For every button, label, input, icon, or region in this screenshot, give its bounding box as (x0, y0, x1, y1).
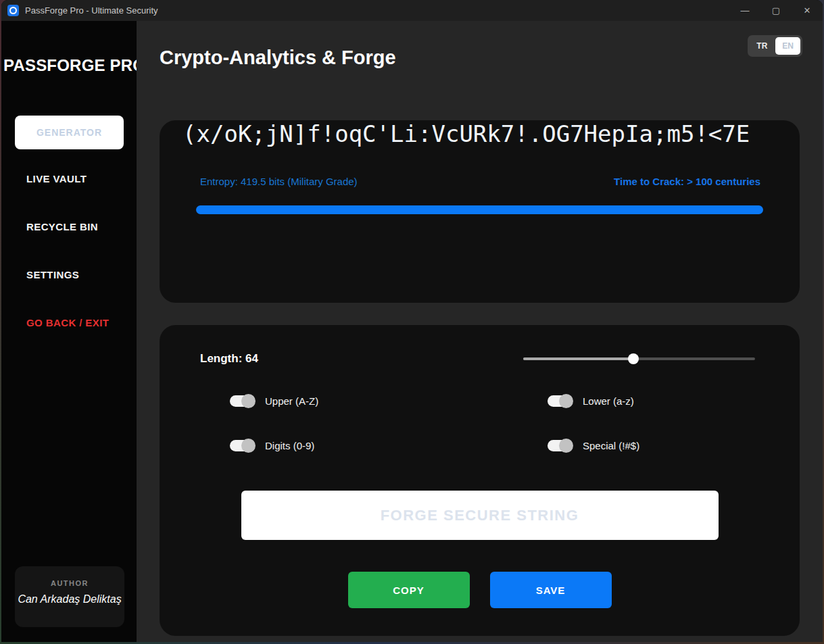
sidebar-item-exit[interactable]: GO BACK / EXIT (1, 299, 137, 347)
digits-toggle-switch[interactable] (230, 440, 253, 451)
lower-toggle-switch[interactable] (548, 395, 571, 407)
main-panel: TR EN Crypto-Analytics & Forge (x/oK;jN]… (137, 21, 823, 642)
digits-toggle-label: Digits (0-9) (265, 440, 314, 451)
toggle-digits: Digits (0-9) (230, 440, 548, 451)
length-row: Length: 64 (160, 325, 800, 366)
length-label: Length: 64 (200, 352, 258, 366)
sidebar-nav: LIVE VAULT RECYCLE BIN SETTINGS GO BACK … (1, 155, 137, 347)
close-button[interactable]: ✕ (792, 0, 823, 21)
lower-toggle-knob (559, 394, 573, 408)
sidebar: PASSFORGE PRO GENERATOR LIVE VAULT RECYC… (1, 21, 137, 642)
length-slider[interactable] (523, 353, 755, 365)
maximize-button[interactable]: ▢ (760, 0, 792, 21)
upper-toggle-switch[interactable] (230, 395, 253, 407)
app-window: PassForge Pro - Ultimate Security — ▢ ✕ … (1, 0, 823, 642)
toggle-special: Special (!#$) (548, 440, 800, 451)
entropy-label: Entropy: 419.5 bits (Military Grade) (200, 176, 358, 187)
toggle-lower: Lower (a-z) (548, 395, 800, 407)
length-slider-thumb[interactable] (628, 353, 639, 364)
minimize-button[interactable]: — (729, 0, 760, 21)
length-slider-track[interactable] (523, 357, 755, 360)
special-toggle-label: Special (!#$) (583, 440, 639, 451)
page-title: Crypto-Analytics & Forge (160, 47, 800, 69)
digits-toggle-knob (241, 439, 256, 453)
language-toggle: TR EN (748, 35, 802, 57)
brand-title: PASSFORGE PRO (1, 56, 137, 75)
save-button[interactable]: SAVE (490, 572, 612, 608)
analytics-card: (x/oK;jN]f!oqC'Li:VcURk7!.OG7HepIa;m5!<7… (160, 120, 800, 303)
special-toggle-switch[interactable] (548, 440, 571, 451)
special-toggle-knob (559, 439, 573, 453)
charset-toggles: Upper (A-Z) Lower (a-z) Digits (0-9) Spe… (230, 395, 800, 451)
app-icon (7, 5, 19, 16)
language-option-tr[interactable]: TR (750, 37, 774, 55)
generated-password: (x/oK;jN]f!oqC'Li:VcURk7!.OG7HepIa;m5!<7… (183, 120, 793, 147)
titlebar: PassForge Pro - Ultimate Security — ▢ ✕ (1, 0, 823, 21)
upper-toggle-knob (241, 394, 256, 408)
language-option-en[interactable]: EN (775, 37, 800, 55)
controls-card: Length: 64 Upper (A-Z) (160, 325, 800, 636)
forge-button[interactable]: FORGE SECURE STRING (241, 491, 719, 540)
window-controls: — ▢ ✕ (729, 0, 823, 21)
strength-progress-fill (196, 205, 763, 214)
window-title: PassForge Pro - Ultimate Security (25, 5, 158, 16)
sidebar-item-settings[interactable]: SETTINGS (1, 251, 137, 299)
action-row: COPY SAVE (160, 572, 800, 608)
author-card: AUTHOR Can Arkadaş Deliktaş (15, 566, 124, 627)
toggle-upper: Upper (A-Z) (230, 395, 548, 407)
strength-progress (196, 205, 763, 214)
author-name: Can Arkadaş Deliktaş (15, 593, 124, 605)
copy-button[interactable]: COPY (348, 572, 470, 608)
analytics-stats: Entropy: 419.5 bits (Military Grade) Tim… (200, 176, 760, 187)
time-to-crack-label: Time to Crack: > 100 centuries (614, 176, 760, 187)
length-slider-fill (523, 357, 633, 360)
lower-toggle-label: Lower (a-z) (583, 395, 634, 407)
window-content: PASSFORGE PRO GENERATOR LIVE VAULT RECYC… (1, 21, 823, 642)
upper-toggle-label: Upper (A-Z) (265, 395, 318, 407)
sidebar-item-live-vault[interactable]: LIVE VAULT (1, 155, 137, 203)
sidebar-item-generator[interactable]: GENERATOR (15, 116, 124, 149)
author-heading: AUTHOR (15, 579, 124, 587)
sidebar-item-recycle-bin[interactable]: RECYCLE BIN (1, 203, 137, 251)
